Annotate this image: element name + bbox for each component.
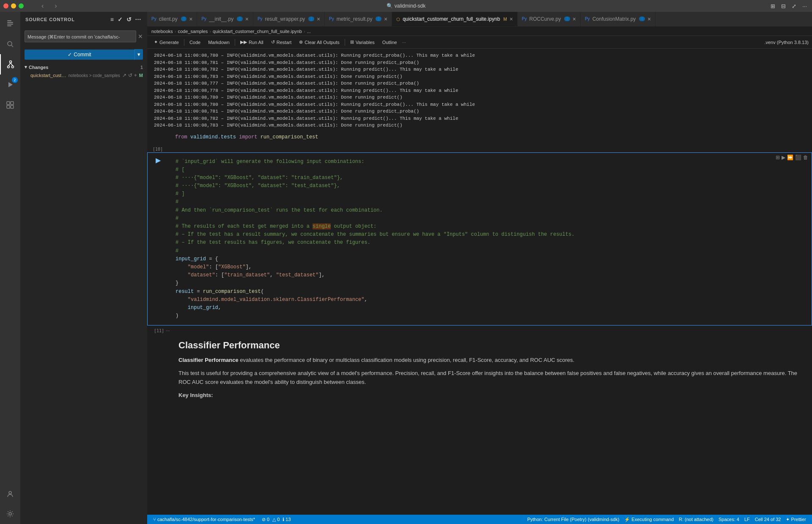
svg-rect-11 xyxy=(11,102,14,105)
commit-button[interactable]: ✓ Commit xyxy=(25,50,134,60)
changed-file-item[interactable]: quickstart_customer_churn_full_suite.ipy… xyxy=(20,71,147,80)
tab-result-wrapper[interactable]: Py result_wrapper.py 1 × xyxy=(253,12,325,26)
tab-badge-confusion: 4 xyxy=(639,17,645,21)
activity-settings[interactable] xyxy=(0,504,20,524)
import-line: from validmind.tests import run_comparis… xyxy=(147,132,812,143)
cell-10-number: [10] xyxy=(153,147,163,152)
split-icon[interactable]: ⊟ xyxy=(779,2,787,10)
fullscreen-icon[interactable]: ⤢ xyxy=(790,2,798,10)
svg-line-5 xyxy=(11,45,13,47)
status-cursor[interactable]: Cell 24 of 32 xyxy=(752,517,784,522)
status-executing[interactable]: ⚡ Executing command xyxy=(622,517,676,522)
breadcrumb-notebooks[interactable]: notebooks xyxy=(151,29,173,34)
cell-11-label-row: [11] ··· xyxy=(147,326,812,333)
status-branch[interactable]: ⑂ cachafla/sc-4842/support-for-compariso… xyxy=(151,517,258,522)
commit-dropdown-button[interactable]: ▾ xyxy=(134,49,143,60)
tab-close-quickstart[interactable]: × xyxy=(510,16,513,22)
cell-11-number: [11] xyxy=(154,328,164,333)
cell-stop-btn[interactable]: ⬛ xyxy=(795,154,801,160)
cell-11-content[interactable]: # `input_grid` will generate the followi… xyxy=(169,153,812,325)
changes-header[interactable]: ▾ Changes 1 xyxy=(20,63,147,71)
git-branch-icon: ⑂ xyxy=(153,517,156,522)
activity-run-debug[interactable]: 2 xyxy=(0,74,20,95)
cell-run-next-btn[interactable]: ⏩ xyxy=(787,154,793,160)
python-file-icon-5: Py xyxy=(522,17,527,21)
code-block: # `input_grid` will generate the followi… xyxy=(169,156,805,322)
tab-close-init[interactable]: × xyxy=(245,16,249,22)
activity-explorer[interactable] xyxy=(0,14,20,34)
status-prettier[interactable]: ✦ Prettier xyxy=(783,517,809,522)
warning-icon: △ xyxy=(272,517,276,522)
activity-source-control[interactable] xyxy=(0,54,20,74)
cell-11-ellipsis: ··· xyxy=(166,328,170,333)
status-kernel[interactable]: Python: Current File (Poetry) (validmind… xyxy=(525,517,622,522)
file-discard-icon[interactable]: ↺ xyxy=(128,72,133,79)
cell-add-above-btn[interactable]: ⊞ xyxy=(776,154,780,160)
commit-message-input[interactable]: Message (⌘Enter to commit on 'cachafla/s… xyxy=(25,30,136,42)
tab-metric-result[interactable]: Py metric_result.py 1 × xyxy=(325,12,392,26)
sidebar-header-icons: ≡ ✓ ↺ ··· xyxy=(110,15,142,24)
markdown-button[interactable]: Markdown xyxy=(205,39,233,46)
nav-forward-button[interactable]: › xyxy=(55,2,57,10)
changes-chevron-icon: ▾ xyxy=(25,64,27,70)
notebook-toolbar: ✦ Generate Code Markdown ▶▶ Run All ↺ Re… xyxy=(147,36,812,49)
activity-accounts[interactable] xyxy=(0,483,20,504)
cell-delete-btn[interactable]: 🗑 xyxy=(803,154,808,160)
breadcrumb-notebook-file[interactable]: quickstart_customer_churn_full_suite.ipy… xyxy=(213,29,302,34)
status-language[interactable]: R: (not attached) xyxy=(676,517,716,522)
sidebar-more-icon[interactable]: ··· xyxy=(134,15,142,24)
cell-toolbar: ⊞ ▶ ⏩ ⬛ 🗑 xyxy=(776,154,808,160)
env-label[interactable]: .venv (Python 3.8.13) xyxy=(764,40,809,45)
variables-button[interactable]: ⊞ Variables xyxy=(347,38,378,46)
file-stage-icon[interactable]: + xyxy=(134,72,137,79)
tab-init-py[interactable]: Py __init__.py 1 × xyxy=(197,12,253,26)
toolbar-separator-1 xyxy=(184,39,184,46)
breadcrumb-sep-3: › xyxy=(304,29,305,34)
restart-button[interactable]: ↺ Restart xyxy=(268,38,295,46)
breadcrumb-code-samples[interactable]: code_samples xyxy=(178,29,208,34)
sidebar-check-icon[interactable]: ✓ xyxy=(117,15,124,24)
tab-badge-result: 1 xyxy=(308,17,314,21)
outline-button[interactable]: Outline xyxy=(379,39,401,46)
status-errors[interactable]: ⊘ 0 △ 0 ℹ 13 xyxy=(259,517,294,522)
breadcrumb-more[interactable]: ... xyxy=(307,29,311,34)
generate-button[interactable]: ✦ Generate xyxy=(151,38,182,46)
close-button[interactable] xyxy=(3,3,8,8)
cell-run-button[interactable]: ▶ xyxy=(156,156,161,164)
tab-roc-curve[interactable]: Py ROCCurve.py 3 × xyxy=(518,12,581,26)
activity-extensions[interactable] xyxy=(0,95,20,115)
minimize-button[interactable] xyxy=(11,3,16,8)
tab-client-py[interactable]: Py client.py 3 × xyxy=(147,12,197,26)
code-button[interactable]: Code xyxy=(186,39,204,46)
status-encoding[interactable]: LF xyxy=(742,517,752,522)
tab-close-roc[interactable]: × xyxy=(573,16,576,22)
tab-close-client[interactable]: × xyxy=(189,16,192,22)
layout-icon[interactable]: ⊞ xyxy=(769,2,777,10)
sidebar-list-icon[interactable]: ≡ xyxy=(110,15,115,24)
more-icon[interactable]: ··· xyxy=(801,2,809,10)
sidebar-refresh-icon[interactable]: ↺ xyxy=(126,15,133,24)
cell-run-btn[interactable]: ▶ xyxy=(782,154,785,160)
message-clear-icon[interactable]: ✕ xyxy=(138,33,143,40)
window-controls[interactable] xyxy=(3,3,24,8)
tab-quickstart[interactable]: ⬡ quickstart_customer_churn_full_suite.i… xyxy=(392,12,518,26)
clear-outputs-button[interactable]: ⊗ Clear All Outputs xyxy=(296,38,343,46)
notebook-file-icon: ⬡ xyxy=(396,17,400,22)
tab-badge-roc: 3 xyxy=(564,17,570,21)
file-open-icon[interactable]: ↗ xyxy=(122,72,127,79)
sidebar-header: SOURCE CONTROL ≡ ✓ ↺ ··· xyxy=(20,12,147,27)
sidebar-title: SOURCE CONTROL xyxy=(25,17,75,22)
status-spaces[interactable]: Spaces: 4 xyxy=(716,517,742,522)
svg-rect-13 xyxy=(11,105,14,108)
run-all-button[interactable]: ▶▶ Run All xyxy=(237,38,267,46)
tab-close-metric[interactable]: × xyxy=(384,16,387,22)
svg-rect-10 xyxy=(7,102,10,105)
output-line: 2024-06-18 11:00:08,781 – INFO(validmind… xyxy=(154,108,805,115)
tab-close-result[interactable]: × xyxy=(317,16,320,22)
activity-search[interactable] xyxy=(0,34,20,54)
tab-confusion-matrix[interactable]: Py ConfusionMatrix.py 4 × xyxy=(581,12,656,26)
tab-bar: Py client.py 3 × Py __init__.py 1 × Py r… xyxy=(147,12,812,27)
nav-back-button[interactable]: ‹ xyxy=(41,2,44,10)
maximize-button[interactable] xyxy=(19,3,24,8)
tab-close-confusion[interactable]: × xyxy=(647,16,651,22)
